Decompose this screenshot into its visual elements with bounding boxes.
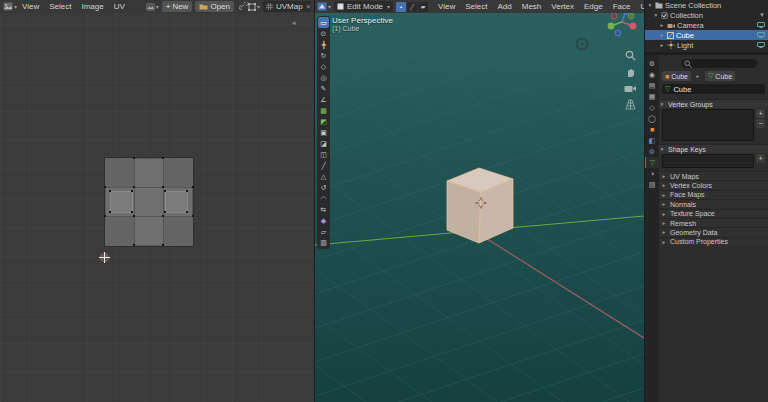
tool-cursor[interactable]: ⊙ (318, 28, 329, 39)
outliner-row-light[interactable]: ▸Light (645, 40, 768, 50)
tool-select-box[interactable]: ▭ (318, 17, 329, 28)
uv-menu-uv[interactable]: UV (109, 2, 130, 11)
viewport-menu-mesh[interactable]: Mesh (517, 2, 547, 11)
editor-type-carat-icon[interactable]: ▾ (328, 3, 331, 10)
properties-tab-texture[interactable]: ▨ (645, 179, 659, 190)
zoom-icon[interactable] (625, 50, 636, 61)
uv-face-right[interactable] (165, 191, 188, 213)
expander-icon[interactable]: ▾ (647, 2, 653, 8)
image-editor-icon[interactable] (3, 2, 13, 11)
viewport-display-icon[interactable] (757, 42, 765, 48)
shape-keys-list[interactable] (662, 154, 754, 168)
tool-add-cube[interactable]: ▩ (318, 105, 329, 116)
camera-view-icon[interactable] (624, 84, 636, 93)
cube-mesh[interactable] (447, 168, 513, 243)
properties-tab-render[interactable]: ◉ (645, 69, 659, 80)
outliner-row-camera[interactable]: ▸Camera (645, 20, 768, 30)
properties-tab-physics[interactable]: ⊚ (645, 146, 659, 157)
expander-icon[interactable]: ▸ (659, 22, 665, 28)
outliner-row-scene-collection[interactable]: ▾Scene Collection (645, 0, 768, 10)
perspective-grid-icon[interactable] (625, 99, 636, 110)
tool-loop-cut[interactable]: ◫ (318, 149, 329, 160)
uv-map-selector[interactable]: UVMap ✕ (263, 1, 311, 12)
uv-vertex[interactable] (104, 215, 106, 217)
expander-icon[interactable]: ▾ (653, 12, 659, 18)
tool-transform[interactable]: ◎ (318, 72, 329, 83)
uv-vertex[interactable] (133, 215, 135, 217)
uv-menu-view[interactable]: View (17, 2, 44, 11)
panel-header-vertex-colors[interactable]: ▸Vertex Colors (659, 180, 768, 189)
viewport-menu-face[interactable]: Face (608, 2, 636, 11)
edge-select-button[interactable]: ╱ (407, 2, 417, 12)
tool-annotate[interactable]: ✎ (318, 83, 329, 94)
uv-vertex[interactable] (131, 190, 133, 192)
tool-spin[interactable]: ↺ (318, 182, 329, 193)
uv-menu-select[interactable]: Select (44, 2, 76, 11)
uv-vertex[interactable] (162, 186, 164, 188)
uv-island-bounds[interactable] (105, 158, 193, 246)
uv-vertex[interactable] (162, 215, 164, 217)
tool-knife[interactable]: ╱ (318, 160, 329, 171)
viewport-menu-edge[interactable]: Edge (579, 2, 608, 11)
face-select-button[interactable]: ▰ (418, 2, 428, 12)
tool-edge-slide[interactable]: ⇆ (318, 204, 329, 215)
viewport-display-icon[interactable] (757, 22, 765, 28)
tool-move[interactable]: ╋ (318, 39, 329, 50)
uv-vertex[interactable] (104, 186, 106, 188)
tool-shrink-fatten[interactable]: ◆ (318, 215, 329, 226)
panel-header-shape-keys[interactable]: ▾ Shape Keys (659, 144, 768, 153)
uv-select-mode-carat-icon[interactable]: ▾ (257, 3, 260, 10)
properties-tab-tool[interactable]: ⚙ (645, 58, 659, 69)
outliner-row-collection[interactable]: ▾Collection▼ (645, 10, 768, 20)
filter-icon[interactable]: ▼ (759, 12, 765, 18)
viewport-menu-select[interactable]: Select (460, 2, 492, 11)
uv-vertex[interactable] (162, 244, 164, 246)
panel-header-vertex-groups[interactable]: ▾ Vertex Groups (659, 99, 768, 108)
uv-vertex[interactable] (133, 186, 135, 188)
outliner-row-cube[interactable]: ▸Cube (645, 30, 768, 40)
panel-header-remesh[interactable]: ▸Remesh (659, 218, 768, 227)
add-shape-key-button[interactable]: + (756, 154, 765, 163)
panel-header-normals[interactable]: ▸Normals (659, 199, 768, 208)
panel-header-uv-maps[interactable]: ▸UV Maps (659, 171, 768, 180)
remove-vertex-group-button[interactable]: − (756, 119, 765, 128)
uv-vertex[interactable] (131, 211, 133, 213)
breadcrumb-object[interactable]: ■ Cube (662, 71, 691, 81)
pan-hand-icon[interactable] (625, 67, 636, 78)
tool-rip-region[interactable]: ▥ (318, 237, 329, 248)
viewport-3d[interactable]: ▾ Edit Mode ▾ •╱▰ ViewSelectAddMeshVerte… (315, 0, 644, 402)
viewport-menu-view[interactable]: View (433, 2, 460, 11)
tool-smooth[interactable]: ◠ (318, 193, 329, 204)
close-icon[interactable]: ✕ (306, 3, 311, 10)
mode-selector[interactable]: Edit Mode ▾ (334, 1, 393, 12)
expander-icon[interactable]: ▸ (659, 42, 665, 48)
viewport-menu-vertex[interactable]: Vertex (546, 2, 579, 11)
browse-image-carat-icon[interactable]: ▾ (156, 3, 159, 10)
uv-face-left[interactable] (110, 191, 133, 213)
breadcrumb-mesh-data[interactable]: ▽ Cube (705, 71, 735, 81)
tool-measure[interactable]: ∠ (318, 94, 329, 105)
mesh-name-field[interactable]: ▽ Cube (662, 84, 765, 94)
panel-header-texture-space[interactable]: ▸Texture Space (659, 209, 768, 218)
uv-vertex[interactable] (192, 215, 194, 217)
viewport-editor-icon[interactable] (317, 2, 327, 11)
tool-rotate[interactable]: ↻ (318, 50, 329, 61)
uv-vertex[interactable] (162, 157, 164, 159)
tool-bevel[interactable]: ◪ (318, 138, 329, 149)
viewport-display-icon[interactable] (757, 32, 765, 38)
uv-2d-cursor[interactable] (99, 252, 110, 263)
uv-vertex[interactable] (133, 244, 135, 246)
tool-scale[interactable]: ◇ (318, 61, 329, 72)
add-vertex-group-button[interactable]: + (756, 109, 765, 118)
uv-vertex[interactable] (192, 186, 194, 188)
panel-header-face-maps[interactable]: ▸Face Maps (659, 190, 768, 199)
new-image-button[interactable]: + New (162, 1, 193, 12)
panel-header-custom-properties[interactable]: ▸Custom Properties (659, 237, 768, 246)
sidebar-toggle-icon[interactable]: ◂ (292, 19, 296, 27)
uv-vertex[interactable] (133, 157, 135, 159)
vertex-groups-list[interactable] (662, 109, 754, 141)
browse-image-icon[interactable] (146, 3, 155, 11)
tool-poly-build[interactable]: △ (318, 171, 329, 182)
tool-extrude-region[interactable]: ◩ (318, 116, 329, 127)
uv-vertex[interactable] (186, 190, 188, 192)
